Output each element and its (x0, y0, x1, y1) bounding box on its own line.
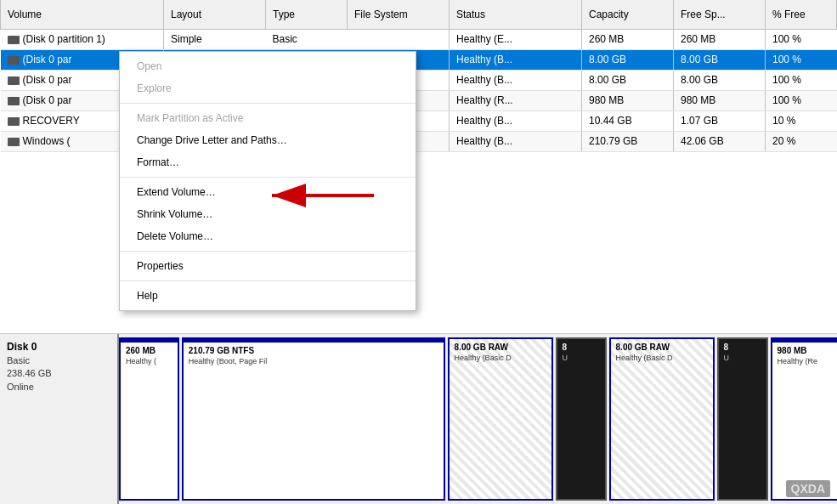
partition-health-label: Healthy (Basic D (455, 354, 546, 362)
col-header-type: Type (266, 0, 348, 29)
partition-health-label: Healthy (Basic D (616, 354, 708, 362)
partition-size-label: 980 MB (778, 346, 837, 355)
disk-map-area: Disk 0 Basic 238.46 GB Online 260 MBHeal… (0, 334, 837, 504)
menu-separator (120, 280, 416, 281)
table-cell: Healthy (R... (450, 90, 582, 110)
table-cell: 980 MB (674, 90, 766, 110)
table-row[interactable]: (Disk 0 partition 1)SimpleBasicHealthy (… (1, 29, 837, 49)
partition-health-label: Healthy ( (126, 357, 172, 365)
table-cell: 100 % (766, 70, 837, 90)
table-cell: 980 MB (582, 90, 674, 110)
table-cell: 8.00 GB (674, 49, 766, 70)
col-header-fs: File System (348, 0, 450, 29)
table-cell: 8.00 GB (582, 70, 674, 90)
menu-item-properties[interactable]: Properties (120, 255, 416, 277)
disk-management-table-area: Volume Layout Type File System Status Ca… (0, 0, 837, 334)
table-cell: 100 % (766, 29, 837, 49)
menu-item-delete-volume-[interactable]: Delete Volume… (120, 225, 416, 247)
disk-icon (8, 56, 20, 65)
partition-size-label: 8 (724, 343, 761, 352)
col-header-freesp: Free Sp... (674, 0, 766, 29)
table-cell: 8.00 GB (582, 49, 674, 70)
disk-name: Disk 0 (7, 341, 110, 353)
menu-item-mark-partition-as-active: Mark Partition as Active (120, 107, 416, 129)
table-cell: 210.79 GB (582, 131, 674, 151)
partition-size-label: 260 MB (126, 346, 172, 355)
disk-type: Basic (7, 354, 110, 367)
menu-item-format-[interactable]: Format… (120, 151, 416, 173)
disk-icon (8, 117, 20, 126)
disk-status: Online (7, 381, 110, 394)
watermark: QXDA (786, 480, 830, 497)
red-arrow-indicator (263, 180, 382, 213)
table-cell: 1.07 GB (674, 110, 766, 131)
col-header-capacity: Capacity (582, 0, 674, 29)
col-header-status: Status (450, 0, 582, 29)
disk-partitions-visual: 260 MBHealthy (210.79 GB NTFSHealthy (Bo… (119, 334, 837, 504)
table-cell: 42.06 GB (674, 131, 766, 151)
menu-item-change-drive-letter-and-paths-[interactable]: Change Drive Letter and Paths… (120, 129, 416, 151)
table-cell: 260 MB (582, 29, 674, 49)
table-cell: 100 % (766, 90, 837, 110)
menu-item-help[interactable]: Help (120, 285, 416, 307)
menu-item-open: Open (120, 55, 416, 77)
col-header-pctfree: % Free (766, 0, 837, 29)
disk-icon (8, 138, 20, 146)
col-header-volume: Volume (1, 0, 164, 29)
partition-block[interactable]: 260 MBHealthy ( (119, 337, 179, 501)
disk-label-panel: Disk 0 Basic 238.46 GB Online (0, 334, 119, 504)
table-cell: Basic (266, 29, 348, 49)
table-cell: Healthy (E... (450, 29, 582, 49)
disk-size: 238.46 GB (7, 367, 110, 380)
partition-block[interactable]: 8U (556, 337, 607, 501)
partition-health-label: Healthy (Boot, Page Fil (189, 357, 438, 365)
partition-block[interactable]: 980 MBHealthy (Re (771, 337, 837, 501)
partition-size-label: 8 (563, 343, 600, 352)
partition-block[interactable]: 210.79 GB NTFSHealthy (Boot, Page Fil (182, 337, 445, 501)
table-cell: Healthy (B... (450, 49, 582, 70)
table-cell: 10 % (766, 110, 837, 131)
table-cell: 100 % (766, 49, 837, 70)
partition-health-label: Healthy (Re (778, 357, 837, 365)
table-cell: 260 MB (674, 29, 766, 49)
table-cell: (Disk 0 partition 1) (1, 29, 164, 49)
col-header-layout: Layout (164, 0, 266, 29)
disk-icon (8, 97, 20, 105)
table-cell: Healthy (B... (450, 131, 582, 151)
table-cell: 20 % (766, 131, 837, 151)
partition-size-label: 8.00 GB RAW (616, 343, 708, 352)
table-cell: Simple (164, 29, 266, 49)
menu-separator (120, 103, 416, 104)
partition-block[interactable]: 8.00 GB RAWHealthy (Basic D (448, 337, 553, 501)
table-cell: Healthy (B... (450, 110, 582, 131)
partition-size-label: 8.00 GB RAW (455, 343, 546, 352)
partition-health-label: U (563, 354, 600, 362)
table-cell: 8.00 GB (674, 70, 766, 90)
disk-icon (8, 76, 20, 85)
partition-size-label: 210.79 GB NTFS (189, 346, 438, 355)
table-cell (348, 29, 450, 49)
partition-health-label: U (724, 354, 761, 362)
menu-separator (120, 251, 416, 252)
table-cell: 10.44 GB (582, 110, 674, 131)
disk-icon (8, 36, 20, 44)
table-cell: Healthy (B... (450, 70, 582, 90)
partition-block[interactable]: 8U (717, 337, 768, 501)
partition-block[interactable]: 8.00 GB RAWHealthy (Basic D (609, 337, 715, 501)
menu-separator (120, 177, 416, 178)
menu-item-explore: Explore (120, 77, 416, 99)
